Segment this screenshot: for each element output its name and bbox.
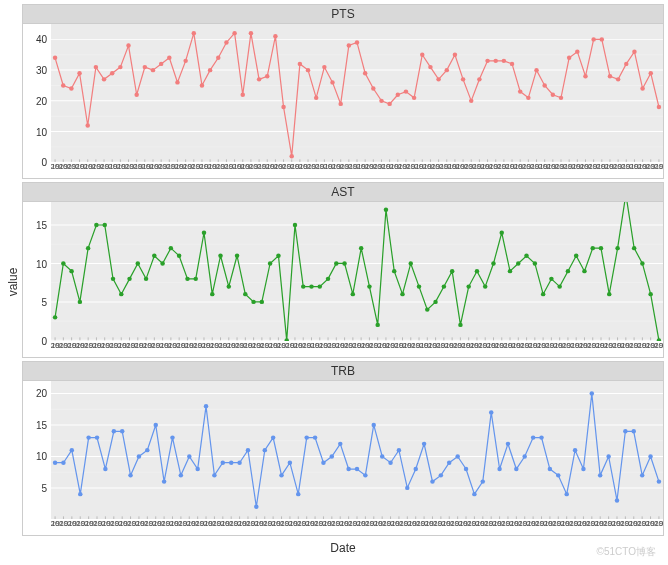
- svg-point-248: [119, 292, 123, 296]
- svg-point-148: [575, 49, 579, 53]
- svg-point-447: [497, 467, 501, 471]
- svg-point-459: [598, 473, 602, 477]
- svg-point-301: [557, 285, 561, 289]
- svg-point-430: [355, 467, 359, 471]
- svg-point-297: [524, 254, 528, 258]
- svg-point-263: [243, 292, 247, 296]
- svg-point-138: [493, 59, 497, 63]
- svg-point-420: [271, 435, 275, 439]
- svg-point-128: [412, 96, 416, 100]
- svg-point-442: [455, 454, 459, 458]
- svg-point-141: [518, 89, 522, 93]
- y-ticks-trb: 5101520: [23, 381, 51, 519]
- svg-point-405: [145, 448, 149, 452]
- svg-point-399: [95, 435, 99, 439]
- svg-point-95: [143, 65, 147, 69]
- svg-point-403: [128, 473, 132, 477]
- svg-point-102: [200, 83, 204, 87]
- panel-pts: PTS 010203040 20192019201920192019201920…: [22, 4, 664, 179]
- svg-point-452: [539, 435, 543, 439]
- svg-point-416: [237, 460, 241, 464]
- svg-point-153: [616, 77, 620, 81]
- svg-point-109: [257, 77, 261, 81]
- svg-point-429: [346, 467, 350, 471]
- svg-point-91: [110, 71, 114, 75]
- svg-point-406: [154, 422, 158, 426]
- svg-point-426: [321, 460, 325, 464]
- svg-point-286: [433, 300, 437, 304]
- panel-strip-pts: PTS: [23, 5, 663, 24]
- plot-area-pts: [51, 24, 663, 162]
- y-axis-label-column: value: [4, 4, 22, 559]
- svg-point-449: [514, 467, 518, 471]
- svg-point-130: [428, 65, 432, 69]
- svg-point-243: [78, 300, 82, 304]
- svg-point-119: [338, 102, 342, 106]
- svg-point-251: [144, 277, 148, 281]
- svg-point-117: [322, 65, 326, 69]
- svg-point-291: [475, 269, 479, 273]
- svg-point-111: [273, 34, 277, 38]
- svg-point-254: [169, 246, 173, 250]
- svg-point-307: [607, 292, 611, 296]
- panels-column: PTS 010203040 20192019201920192019201920…: [22, 4, 664, 559]
- svg-point-279: [375, 323, 379, 327]
- svg-point-284: [417, 285, 421, 289]
- svg-point-140: [510, 62, 514, 66]
- y-axis-label: value: [6, 267, 20, 296]
- svg-point-105: [224, 40, 228, 44]
- svg-point-137: [485, 59, 489, 63]
- svg-point-108: [249, 31, 253, 35]
- svg-point-262: [235, 254, 239, 258]
- svg-point-94: [134, 93, 138, 97]
- svg-point-428: [338, 441, 342, 445]
- svg-point-292: [483, 285, 487, 289]
- svg-point-287: [442, 285, 446, 289]
- faceted-line-chart: value PTS 010203040 20192019201920192019…: [4, 4, 664, 559]
- svg-point-311: [640, 262, 644, 266]
- svg-point-257: [193, 277, 197, 281]
- svg-point-435: [397, 448, 401, 452]
- svg-point-422: [288, 460, 292, 464]
- svg-point-269: [293, 223, 297, 227]
- svg-point-308: [615, 246, 619, 250]
- svg-point-271: [309, 285, 313, 289]
- svg-point-402: [120, 429, 124, 433]
- svg-point-438: [422, 441, 426, 445]
- svg-point-451: [531, 435, 535, 439]
- svg-point-139: [502, 59, 506, 63]
- svg-point-466: [657, 479, 661, 483]
- svg-point-113: [289, 154, 293, 158]
- svg-point-414: [221, 460, 225, 464]
- svg-point-415: [229, 460, 233, 464]
- x-axis-label-row: Date ©51CTO博客: [22, 539, 664, 559]
- svg-point-124: [379, 99, 383, 103]
- svg-point-114: [298, 62, 302, 66]
- watermark: ©51CTO博客: [597, 545, 656, 559]
- svg-point-259: [210, 292, 214, 296]
- svg-point-129: [420, 53, 424, 57]
- svg-point-418: [254, 504, 258, 508]
- x-ticks-ast: 2019201920192019201920192019201920192019…: [51, 341, 663, 357]
- svg-point-457: [581, 467, 585, 471]
- svg-point-439: [430, 479, 434, 483]
- svg-point-419: [263, 448, 267, 452]
- svg-point-417: [246, 448, 250, 452]
- svg-point-250: [136, 262, 140, 266]
- svg-point-433: [380, 454, 384, 458]
- svg-point-98: [167, 56, 171, 60]
- svg-point-92: [118, 65, 122, 69]
- svg-point-143: [534, 68, 538, 72]
- svg-point-253: [160, 262, 164, 266]
- svg-point-290: [466, 285, 470, 289]
- svg-point-242: [69, 269, 73, 273]
- svg-point-463: [631, 429, 635, 433]
- svg-point-125: [387, 102, 391, 106]
- svg-point-87: [77, 71, 81, 75]
- svg-point-448: [506, 441, 510, 445]
- svg-point-454: [556, 473, 560, 477]
- svg-point-274: [334, 262, 338, 266]
- svg-point-86: [69, 86, 73, 90]
- svg-point-267: [276, 254, 280, 258]
- svg-point-434: [388, 460, 392, 464]
